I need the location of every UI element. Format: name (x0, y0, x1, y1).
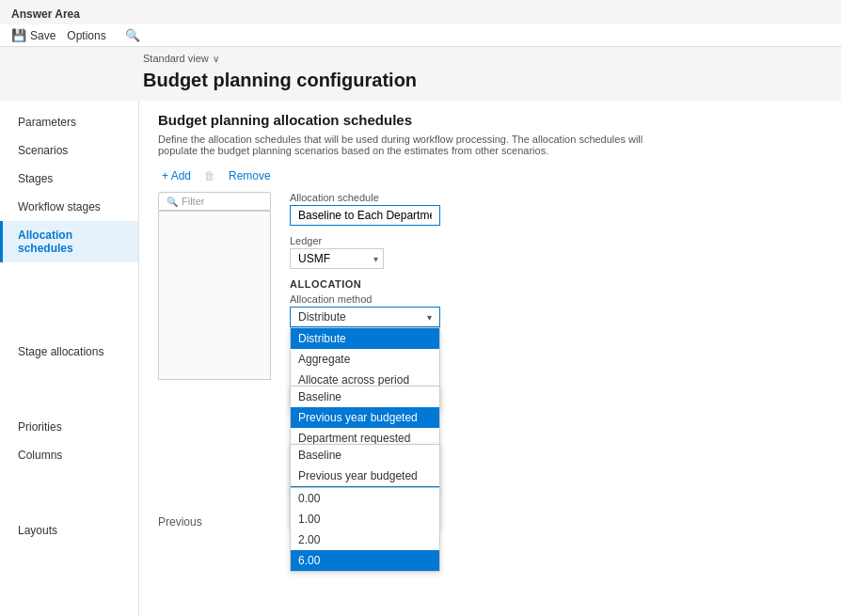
filter-box[interactable]: 🔍 Filter (158, 192, 271, 211)
allocation-method-label: Allocation method (290, 293, 822, 305)
schedule-list (158, 211, 271, 380)
options-button[interactable]: Options (67, 29, 105, 42)
toolbar: 💾 Save Options 🔍 (0, 24, 841, 47)
sidebar-item-stages[interactable]: Stages (0, 165, 138, 193)
sidebar-item-layouts[interactable]: Layouts (0, 516, 138, 545)
ledger-label: Ledger (290, 235, 822, 246)
multiply-option-6[interactable]: 6.00 (291, 550, 439, 571)
breadcrumb: Standard view ∨ (0, 47, 841, 70)
search-button[interactable]: 🔍 (125, 28, 140, 42)
save-button[interactable]: 💾 Save (11, 28, 56, 42)
main-layout: Parameters Scenarios Stages Workflow sta… (0, 101, 841, 616)
right-form: Allocation schedule Ledger USMF ▾ ALLOCA… (290, 192, 822, 497)
allocation-caret-icon: ▾ (427, 312, 432, 323)
save-label: Save (30, 29, 56, 42)
destination-option-baseline[interactable]: Baseline (291, 445, 439, 466)
section-title: Budget planning allocation schedules (158, 112, 822, 128)
destination-option-previous-year-budgeted[interactable]: Previous year budgeted (291, 466, 439, 486)
allocation-option-distribute[interactable]: Distribute (291, 328, 439, 349)
answer-area-label: Answer Area (0, 0, 841, 24)
save-icon: 💾 (11, 28, 26, 42)
sidebar: Parameters Scenarios Stages Workflow sta… (0, 101, 139, 616)
source-option-baseline[interactable]: Baseline (291, 387, 439, 407)
filter-placeholder: Filter (182, 196, 204, 207)
two-col-layout: 🔍 Filter Allocation schedule Ledger (158, 192, 822, 497)
allocation-schedule-label: Allocation schedule (290, 192, 822, 203)
allocation-header: ALLOCATION (290, 278, 822, 290)
divider: 🗑 (204, 169, 215, 182)
add-button[interactable]: + Add (158, 167, 195, 184)
search-icon: 🔍 (125, 28, 140, 42)
chevron-down-icon: ∨ (213, 54, 219, 64)
ledger-group: Ledger USMF ▾ (290, 235, 822, 269)
sidebar-item-workflow-stages[interactable]: Workflow stages (0, 193, 138, 221)
allocation-method-value: Distribute (298, 310, 346, 324)
allocation-schedule-group: Allocation schedule (290, 192, 822, 226)
ledger-select-wrapper: USMF ▾ (290, 248, 384, 269)
remove-button[interactable]: Remove (225, 167, 275, 184)
multiply-menu: 0.00 1.00 2.00 6.00 (290, 487, 440, 572)
allocation-schedule-input[interactable] (290, 205, 440, 226)
page-title: Budget planning configuration (0, 70, 841, 101)
sidebar-item-priorities[interactable]: Priorities (0, 413, 138, 441)
allocation-method-group: Allocation method Distribute ▾ Distribut… (290, 293, 822, 327)
content-area: Budget planning allocation schedules Def… (139, 101, 841, 616)
options-label: Options (67, 29, 105, 42)
multiply-option-2[interactable]: 2.00 (291, 529, 439, 550)
multiply-option-0[interactable]: 0.00 (291, 488, 439, 509)
actions-bar: + Add 🗑 Remove (158, 167, 822, 184)
sidebar-item-scenarios[interactable]: Scenarios (0, 136, 138, 165)
sidebar-item-allocation-schedules[interactable]: Allocation schedules (0, 221, 138, 262)
multiply-option-1[interactable]: 1.00 (291, 509, 439, 529)
section-desc: Define the allocation schedules that wil… (158, 134, 685, 156)
filter-icon: 🔍 (167, 197, 178, 207)
sidebar-item-columns[interactable]: Columns (0, 441, 138, 469)
allocation-method-trigger[interactable]: Distribute ▾ (290, 307, 440, 327)
allocation-option-aggregate[interactable]: Aggregate (291, 349, 439, 370)
left-panel: 🔍 Filter (158, 192, 271, 497)
ledger-select[interactable]: USMF (290, 248, 384, 269)
sidebar-item-stage-allocations[interactable]: Stage allocations (0, 338, 138, 366)
breadcrumb-label[interactable]: Standard view (143, 53, 209, 64)
allocation-method-dropdown[interactable]: Distribute ▾ Distribute Aggregate Alloca… (290, 307, 440, 327)
previous-label: Previous (158, 515, 822, 529)
sidebar-item-parameters[interactable]: Parameters (0, 108, 138, 136)
source-option-previous-year-budgeted[interactable]: Previous year budgeted (291, 407, 439, 428)
